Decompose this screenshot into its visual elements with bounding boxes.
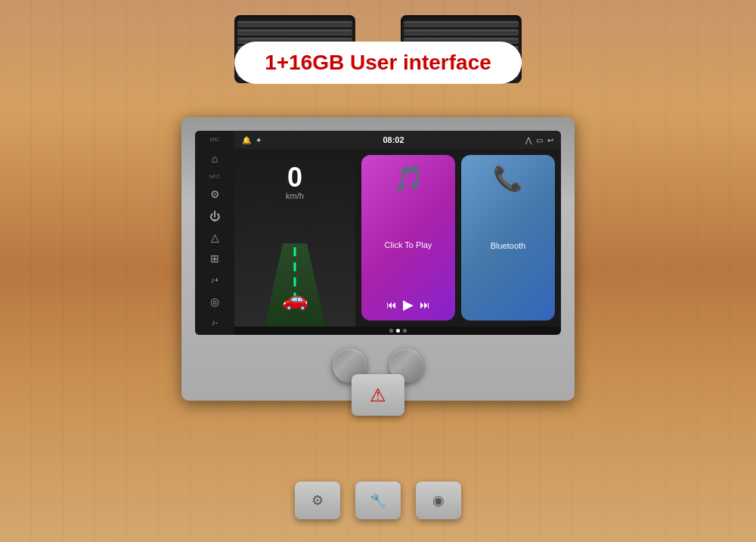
next-button[interactable]: ⏭ (420, 299, 430, 311)
sidebar-home-icon[interactable]: ⌂ (204, 153, 225, 165)
dot-indicators (234, 327, 561, 335)
hazard-area: ⚠ (352, 374, 404, 416)
dial-icon: ◉ (432, 492, 445, 509)
speed-number: 0 (286, 164, 304, 191)
car-icon: 🚗 (282, 286, 308, 311)
sidebar-settings-icon[interactable]: ⚙ (204, 188, 225, 200)
bottom-buttons: ⚙ 🔧 ◉ (295, 482, 461, 519)
prev-button[interactable]: ⏮ (386, 299, 397, 311)
play-button[interactable]: ▶ (403, 296, 414, 313)
time-display: 08:02 (383, 135, 404, 144)
expand-icon: ⋀ (525, 136, 531, 144)
sidebar-volume-icon[interactable]: ♪+ (204, 274, 225, 286)
screen-sidebar: MIC ⌂ NFC ⚙ ⏻ △ ⊞ ♪+ ◎ ♪- (195, 131, 234, 335)
bluetooth-icon: ✦ (256, 136, 262, 144)
mic-label: MIC (210, 137, 220, 142)
notification-icon: 🔔 (242, 136, 251, 144)
vent-slat (404, 21, 519, 27)
tools-button[interactable]: 🔧 (355, 482, 401, 519)
road-dash (294, 262, 296, 271)
sidebar-apps-icon[interactable]: ⊞ (204, 252, 225, 265)
status-right: ⋀ ▭ ↩ (525, 136, 553, 144)
car-dashboard: 1+16GB User interface MIC ⌂ NFC ⚙ ⏻ △ ⊞ … (0, 0, 756, 542)
sidebar-home2-icon[interactable]: △ (204, 231, 225, 243)
status-left: 🔔 ✦ (242, 136, 262, 144)
center-panel: MIC ⌂ NFC ⚙ ⏻ △ ⊞ ♪+ ◎ ♪- 🔔 ✦ 0 (181, 117, 575, 401)
sidebar-power-icon[interactable]: ⏻ (204, 210, 225, 222)
back-icon: ↩ (547, 136, 553, 144)
road-dash (294, 247, 296, 256)
hazard-button[interactable]: ⚠ (352, 374, 404, 416)
car-screen: MIC ⌂ NFC ⚙ ⏻ △ ⊞ ♪+ ◎ ♪- 🔔 ✦ 0 (195, 131, 561, 335)
app-tiles: 🎵 Click To Play ⏮ ▶ ⏭ 📞 Bluetooth (355, 149, 561, 327)
music-tile-label: Click To Play (385, 240, 432, 249)
speed-unit: km/h (286, 191, 304, 200)
road-dash (294, 277, 296, 286)
dot-2 (396, 329, 400, 333)
bluetooth-tile-label: Bluetooth (491, 241, 525, 250)
settings-icon: ⚙ (311, 492, 324, 509)
vent-slat (237, 29, 352, 36)
tools-icon: 🔧 (370, 492, 386, 509)
sidebar-vol-down-icon[interactable]: ♪- (204, 317, 225, 329)
music-icon: 🎵 (393, 164, 423, 193)
vent-slat (237, 21, 352, 27)
dot-3 (403, 329, 407, 333)
title-text: 1+16GB User interface (265, 51, 491, 74)
screen-main: 🔔 ✦ 08:02 ⋀ ▭ ↩ 0 (234, 131, 561, 335)
title-badge: 1+16GB User interface (234, 42, 522, 84)
hazard-icon: ⚠ (370, 385, 386, 406)
sidebar-nav-icon[interactable]: ◎ (204, 296, 225, 308)
speed-display: 0 km/h (286, 164, 304, 200)
window-icon: ▭ (536, 136, 543, 144)
music-tile[interactable]: 🎵 Click To Play ⏮ ▶ ⏭ (361, 155, 455, 321)
nfc-label: NFC (209, 174, 220, 179)
phone-icon: 📞 (493, 164, 523, 193)
settings-button[interactable]: ⚙ (295, 482, 340, 519)
dial-button[interactable]: ◉ (416, 482, 461, 519)
bluetooth-tile[interactable]: 📞 Bluetooth (461, 155, 555, 321)
status-bar: 🔔 ✦ 08:02 ⋀ ▭ ↩ (234, 131, 561, 149)
vent-slat (404, 29, 519, 36)
content-area: 0 km/h (234, 149, 561, 327)
speedometer-section: 0 km/h (234, 149, 355, 327)
music-controls: ⏮ ▶ ⏭ (386, 296, 430, 313)
road-visual (265, 243, 325, 327)
dot-1 (389, 329, 393, 333)
